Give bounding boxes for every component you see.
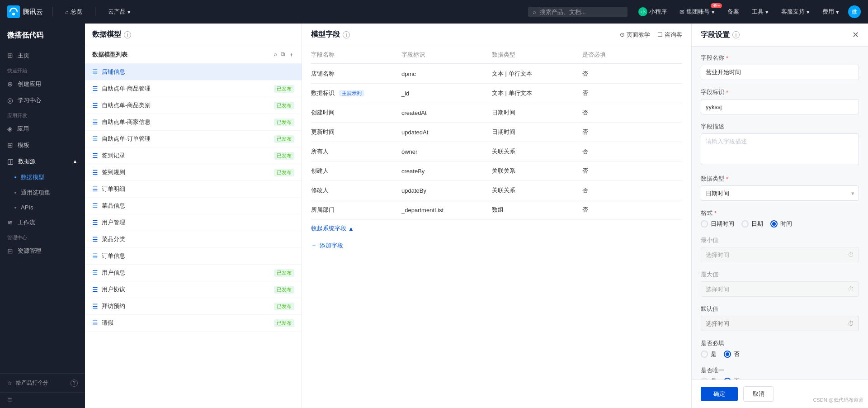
sidebar-item-option-set[interactable]: 通用选项集: [0, 185, 85, 200]
model-list-subtitle: 数据模型列表: [92, 51, 127, 59]
list-item[interactable]: ☰ 请假 已发布: [85, 315, 302, 332]
rate-product-btn[interactable]: ☆ 给产品打个分 ?: [7, 379, 78, 387]
model-name: 请假: [102, 319, 113, 327]
sidebar-item-template[interactable]: ⊞ 模板: [0, 137, 85, 153]
field-row-key: _departmentList: [401, 207, 492, 213]
sidebar-item-app[interactable]: ◈ 应用: [0, 121, 85, 137]
template-icon: ⊞: [7, 141, 13, 149]
close-panel-btn[interactable]: ✕: [852, 30, 859, 40]
form-row-required: 是否必填 是 否: [701, 339, 859, 358]
field-settings-info-icon[interactable]: i: [732, 31, 740, 38]
group-account-nav[interactable]: ✉ 99+ 集团账号 ▾: [676, 6, 718, 18]
default-value-input[interactable]: [706, 320, 845, 327]
table-row[interactable]: 创建人 createBy 关联关系 否: [311, 161, 682, 181]
sidebar-item-datasource[interactable]: ◫ 数据源 ▲: [0, 153, 85, 170]
format-radio-datetime[interactable]: 日期时间: [701, 220, 734, 228]
section-mgmt: 管理中心: [0, 231, 85, 243]
search-model-icon[interactable]: ⌕: [274, 51, 277, 59]
data-type-label: 数据类型 *: [701, 175, 859, 183]
sidebar-collapse-btn[interactable]: ☰: [0, 392, 85, 408]
sidebar-item-learn[interactable]: ◎ 学习中心: [0, 92, 85, 109]
field-row-key: createBy: [401, 168, 492, 175]
logo[interactable]: 腾讯云: [7, 5, 43, 18]
field-key-input[interactable]: [701, 99, 859, 114]
list-item[interactable]: ☰ 菜品分类: [85, 231, 302, 248]
field-row-required: 否: [582, 70, 627, 78]
published-badge: 已发布: [274, 152, 294, 160]
table-row[interactable]: 数据标识 主展示列 _id 文本 | 单行文本 否: [311, 84, 682, 103]
model-list-info-icon[interactable]: i: [124, 31, 131, 38]
customer-service-nav[interactable]: 客服支持 ▾: [778, 6, 813, 18]
max-value-input[interactable]: [706, 286, 845, 293]
required-star4: *: [714, 210, 717, 217]
list-item[interactable]: ☰ 订单信息: [85, 248, 302, 265]
sidebar-item-home[interactable]: ⊞ 主页: [0, 47, 85, 64]
list-item[interactable]: ☰ 签到规则 已发布: [85, 164, 302, 181]
list-item[interactable]: ☰ 用户管理: [85, 214, 302, 231]
sidebar-item-create-app[interactable]: ⊕ 创建应用: [0, 76, 85, 92]
copy-model-icon[interactable]: ⧉: [281, 51, 285, 59]
format-radio-date[interactable]: 日期: [741, 220, 763, 228]
add-field-btn[interactable]: ＋ 添加字段: [311, 237, 682, 254]
page-teaching-btn[interactable]: ⊙ 页面教学: [620, 31, 650, 39]
list-item[interactable]: ☰ 拜访预约 已发布: [85, 298, 302, 315]
radio-circle-time: [770, 220, 778, 228]
collapse-arrow-icon: ▲: [348, 225, 354, 232]
cost-nav[interactable]: 费用 ▾: [819, 6, 843, 18]
nav-cloud-products[interactable]: 云产品 ▾: [104, 6, 134, 18]
backup-nav[interactable]: 备案: [724, 6, 743, 18]
nav-home[interactable]: ⌂ 总览: [61, 6, 86, 18]
add-model-icon[interactable]: ＋: [288, 51, 294, 59]
radio-inner-time: [772, 222, 776, 226]
list-item[interactable]: ☰ 自助点单-商家信息 已发布: [85, 114, 302, 131]
field-settings-body: 字段名称 * 字段标识 * 字段描述: [692, 47, 868, 380]
format-radio-time[interactable]: 时间: [770, 220, 792, 228]
field-settings-footer: 确定 取消: [692, 380, 868, 408]
model-item-left: ☰ 自助点单-订单管理: [92, 135, 151, 143]
user-avatar[interactable]: 微: [848, 5, 861, 18]
field-name-input[interactable]: [701, 65, 859, 80]
list-item[interactable]: ☰ 自助点单-商品类别 已发布: [85, 97, 302, 114]
list-item[interactable]: ☰ 签到记录 已发布: [85, 147, 302, 164]
search-input[interactable]: [540, 9, 617, 15]
table-row[interactable]: 所有人 owner 关联关系 否: [311, 142, 682, 161]
resource-icon: ⊟: [7, 247, 13, 255]
grid-icon: ⊞: [7, 52, 13, 60]
table-row[interactable]: 更新时间 updatedAt 日期时间 否: [311, 123, 682, 142]
list-item[interactable]: ☰ 订单明细: [85, 181, 302, 198]
confirm-btn[interactable]: 确定: [701, 387, 738, 401]
list-item[interactable]: ☰ 自助点单-商品管理 已发布: [85, 81, 302, 97]
list-item[interactable]: ☰ 用户协议 已发布: [85, 281, 302, 298]
field-panel-info-icon[interactable]: i: [343, 31, 350, 38]
list-item[interactable]: ☰ 店铺信息: [85, 64, 302, 81]
field-row-type: 数组: [492, 206, 582, 214]
sidebar-item-apis[interactable]: APIs: [0, 200, 85, 214]
table-row[interactable]: 创建时间 createdAt 日期时间 否: [311, 103, 682, 123]
plus-circle-icon: ⊕: [7, 80, 13, 88]
table-row[interactable]: 店铺名称 dpmc 文本 | 单行文本 否: [311, 64, 682, 84]
table-row[interactable]: 所属部门 _departmentList 数组 否: [311, 200, 682, 220]
list-item[interactable]: ☰ 用户信息 已发布: [85, 265, 302, 281]
tools-nav[interactable]: 工具 ▾: [748, 6, 772, 18]
model-icon: ☰: [92, 303, 98, 310]
field-desc-textarea[interactable]: [701, 133, 859, 165]
required-radio-no[interactable]: 否: [724, 350, 740, 358]
field-panel-header: 模型字段 i ⊙ 页面教学 ☐ 咨询客: [302, 24, 691, 46]
mini-program-nav[interactable]: 小 小程序: [635, 5, 670, 18]
cancel-btn[interactable]: 取消: [743, 386, 774, 402]
field-row-key: owner: [401, 148, 492, 155]
consult-btn[interactable]: ☐ 咨询客: [657, 31, 682, 39]
field-key-label: 字段标识 *: [701, 88, 859, 96]
required-radio-yes[interactable]: 是: [701, 350, 717, 358]
collapse-system-fields-btn[interactable]: 收起系统字段 ▲: [311, 220, 682, 237]
main-content: 数据模型 i 数据模型列表 ⌕ ⧉ ＋ ☰ 店铺信息 ☰: [85, 24, 868, 408]
list-item[interactable]: ☰ 菜品信息: [85, 198, 302, 214]
data-type-select[interactable]: 日期时间: [701, 185, 859, 201]
model-list-subheader: 数据模型列表 ⌕ ⧉ ＋: [85, 46, 302, 64]
list-item[interactable]: ☰ 自助点单-订单管理 已发布: [85, 131, 302, 147]
sidebar-item-workflow[interactable]: ≋ 工作流: [0, 214, 85, 231]
sidebar-item-resource[interactable]: ⊟ 资源管理: [0, 243, 85, 259]
table-row[interactable]: 修改人 updateBy 关联关系 否: [311, 181, 682, 200]
sidebar-item-data-model[interactable]: 数据模型: [0, 170, 85, 185]
min-value-input[interactable]: [706, 251, 845, 258]
